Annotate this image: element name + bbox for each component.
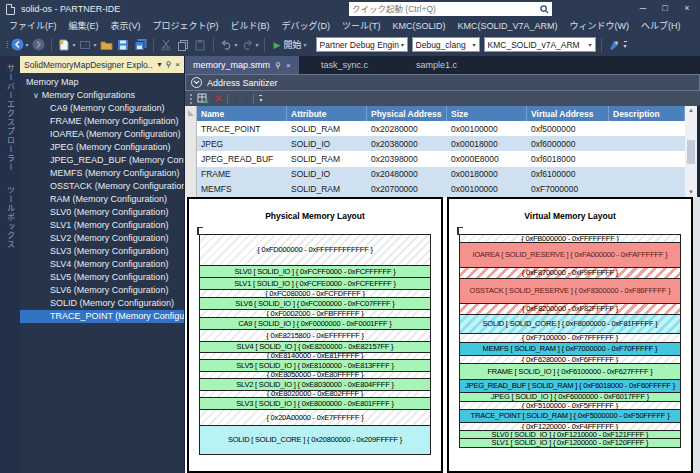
menu-item[interactable]: プロジェクト(P) xyxy=(147,19,225,32)
memory-block[interactable]: TRACE_POINT [ SOLID_RAM ] { 0xF5000000 -… xyxy=(459,409,681,423)
chevron-down-icon[interactable]: ∨ xyxy=(33,89,39,102)
menu-item[interactable]: デバッグ(D) xyxy=(276,19,337,32)
maximize-button[interactable]: □ xyxy=(654,0,676,16)
paste-icon[interactable] xyxy=(193,37,208,52)
menu-item[interactable]: ファイル(F) xyxy=(3,19,63,32)
pin-icon[interactable]: ⚲ xyxy=(165,60,171,69)
memory-block[interactable]: IOAREA [ SOLID_RESERVE ] { 0xFA000000 - … xyxy=(459,242,681,268)
column-header[interactable]: Size xyxy=(447,106,527,121)
open-folder-icon[interactable] xyxy=(99,37,114,52)
chevron-down-icon[interactable]: ▾ xyxy=(256,41,259,48)
quick-launch-box[interactable] xyxy=(349,2,552,16)
minimize-button[interactable]: ─ xyxy=(632,0,654,16)
tree-item[interactable]: SLV1 (Memory Configuration) xyxy=(20,219,184,232)
scroll-up-icon[interactable]: ▲ xyxy=(688,107,694,114)
navigate-forward-icon[interactable] xyxy=(31,37,46,52)
toolbar-overflow-icon[interactable]: ▾ xyxy=(624,41,627,49)
memory-block[interactable]: SOLID [ SOLID_CORE ] { 0x20800000 - 0x20… xyxy=(199,425,431,455)
tree-item[interactable]: JPEG (Memory Configuration) xyxy=(20,141,184,154)
tree-item[interactable]: SLV2 (Memory Configuration) xyxy=(20,232,184,245)
memory-block[interactable]: OSSTACK [ SOLID_RESERVE ] { 0xF8300000 -… xyxy=(459,278,681,304)
new-file-icon[interactable] xyxy=(57,37,72,52)
save-icon[interactable] xyxy=(116,37,131,52)
window-menu-icon[interactable]: ▾ xyxy=(157,60,161,69)
tree-item[interactable]: IOAREA (Memory Configuration) xyxy=(20,128,184,141)
editor-tab[interactable]: task_sync.c xyxy=(299,56,391,74)
redo-icon[interactable] xyxy=(240,37,255,52)
memory-block[interactable]: JPEG_READ_BUF [ SOLID_RAM ] { 0xF6018000… xyxy=(459,379,681,393)
tree-item[interactable]: SLV5 (Memory Configuration) xyxy=(20,271,184,284)
table-row[interactable]: TRACE_POINTSOLID_RAM0x202800000x00100000… xyxy=(197,121,685,136)
memory-block[interactable]: MEMFS [ SOLID_RAM ] { 0xF7000000 - 0xF70… xyxy=(459,342,681,356)
toolbar-combo[interactable]: Partner Debug Engin▾ xyxy=(316,37,408,52)
address-sanitizer-header[interactable]: Address Sanitizer xyxy=(185,74,700,91)
column-header[interactable]: Description xyxy=(609,106,685,121)
column-header[interactable]: Virtual Address xyxy=(527,106,609,121)
column-header[interactable]: Attribute xyxy=(287,106,367,121)
table-row[interactable]: JPEGSOLID_IO0x203800000x000180000xf60000… xyxy=(197,136,685,151)
table-row[interactable]: JPEG_READ_BUFSOLID_RAM0x203980000x000E80… xyxy=(197,151,685,166)
memory-block[interactable]: { 0x20A00000 - 0xE7FFFFFF } xyxy=(199,409,431,426)
tree-item[interactable]: CA9 (Memory Configuration) xyxy=(20,102,184,115)
memory-block[interactable]: FRAME [ SOLID_IO ] { 0xF6100000 - 0xF627… xyxy=(459,363,681,380)
attach-process-icon[interactable] xyxy=(607,37,622,52)
navigate-back-icon[interactable] xyxy=(10,37,25,52)
chevron-down-icon[interactable]: ▾ xyxy=(94,41,97,48)
editor-tab[interactable]: memory_map.smm⚲× xyxy=(185,56,299,74)
undo-icon[interactable] xyxy=(219,37,234,52)
explorer-header[interactable]: SolidMemoryMapDesigner Explo... ▾ ⚲ × xyxy=(20,56,184,73)
table-row[interactable]: MEMFSSOLID_RAM0x207000000x001000000xF700… xyxy=(197,182,685,197)
close-icon[interactable]: × xyxy=(175,60,180,69)
toolbar-combo[interactable]: KMC_SOLID_v7A_ARM▾ xyxy=(484,37,596,52)
close-button[interactable]: × xyxy=(676,0,698,16)
collapse-icon[interactable] xyxy=(191,77,202,88)
tree-item[interactable]: TRACE_POINT (Memory Configuratio xyxy=(20,310,184,323)
column-header[interactable]: Name xyxy=(197,106,287,121)
tree-item[interactable]: SOLID (Memory Configuration) xyxy=(20,297,184,310)
tree-group-memory-configurations[interactable]: ∨Memory Configurations xyxy=(20,89,184,102)
diagram-scrollbar[interactable] xyxy=(693,197,700,473)
tree-item[interactable]: FRAME (Memory Configuration) xyxy=(20,115,184,128)
activity-tab[interactable]: ツールボックス xyxy=(5,186,16,249)
tree-item[interactable]: JPEG_READ_BUF (Memory Configurat xyxy=(20,154,184,167)
delete-row-icon[interactable]: ✕ xyxy=(214,94,222,104)
editor-tab[interactable]: sample1.c xyxy=(391,56,483,74)
menu-item[interactable]: ツール(T) xyxy=(336,19,387,32)
scroll-down-icon[interactable]: ▼ xyxy=(688,189,694,196)
activity-tab[interactable]: サーバーエクスプローラー xyxy=(5,64,16,172)
chevron-down-icon[interactable]: ▾ xyxy=(26,41,29,48)
menu-item[interactable]: KMC(SOLID) xyxy=(387,21,452,31)
close-icon[interactable]: × xyxy=(286,61,291,70)
chevron-down-icon[interactable]: ▾ xyxy=(235,41,238,48)
quick-launch-input[interactable] xyxy=(352,4,540,14)
tree-item[interactable]: MEMFS (Memory Configuration) xyxy=(20,167,184,180)
tree-item[interactable]: RAM (Memory Configuration) xyxy=(20,193,184,206)
toolbar-combo[interactable]: Debug_clang▾ xyxy=(412,37,480,52)
scroll-thumb[interactable] xyxy=(687,140,695,164)
tree-root[interactable]: Memory Map xyxy=(20,76,184,89)
menu-item[interactable]: 表示(V) xyxy=(105,19,147,32)
menu-item[interactable]: KMC(SOLID_V7A_ARM) xyxy=(452,21,564,31)
pin-icon[interactable]: ⚲ xyxy=(275,61,281,70)
save-all-icon[interactable] xyxy=(133,37,148,52)
window-layout-icon[interactable] xyxy=(78,37,93,52)
memory-block[interactable]: SLV0 [ SOLID_IO ] { 0xF1210000 - 0xF121F… xyxy=(459,430,681,439)
menu-item[interactable]: 編集(E) xyxy=(63,19,105,32)
menu-item[interactable]: ビルド(B) xyxy=(225,19,276,32)
tree-item[interactable]: SLV3 (Memory Configuration) xyxy=(20,245,184,258)
chevron-down-icon[interactable]: ▾ xyxy=(73,41,76,48)
move-up-icon[interactable]: ↑ xyxy=(233,94,238,104)
tree-item[interactable]: SLV0 (Memory Configuration) xyxy=(20,206,184,219)
move-down-icon[interactable]: ↓ xyxy=(243,94,248,104)
tree-item[interactable]: SLV4 (Memory Configuration) xyxy=(20,258,184,271)
column-header[interactable]: Physical Address xyxy=(367,106,447,121)
copy-icon[interactable] xyxy=(176,37,191,52)
tree-item[interactable]: OSSTACK (Memory Configuration) xyxy=(20,180,184,193)
memory-block[interactable]: JPEG [ SOLID_IO ] { 0xF6000000 - 0xF6017… xyxy=(459,392,681,402)
tree-item[interactable]: SLV6 (Memory Configuration) xyxy=(20,284,184,297)
table-row[interactable]: FRAMESOLID_IO0x204800000x001800000xf6100… xyxy=(197,167,685,182)
add-row-icon[interactable] xyxy=(197,90,209,108)
table-scrollbar[interactable]: ▲ ▼ xyxy=(685,106,697,197)
memory-block[interactable]: SLV1 [ SOLID_IO ] { 0xF1200000 - 0xF120F… xyxy=(459,438,681,448)
cut-icon[interactable] xyxy=(159,37,174,52)
